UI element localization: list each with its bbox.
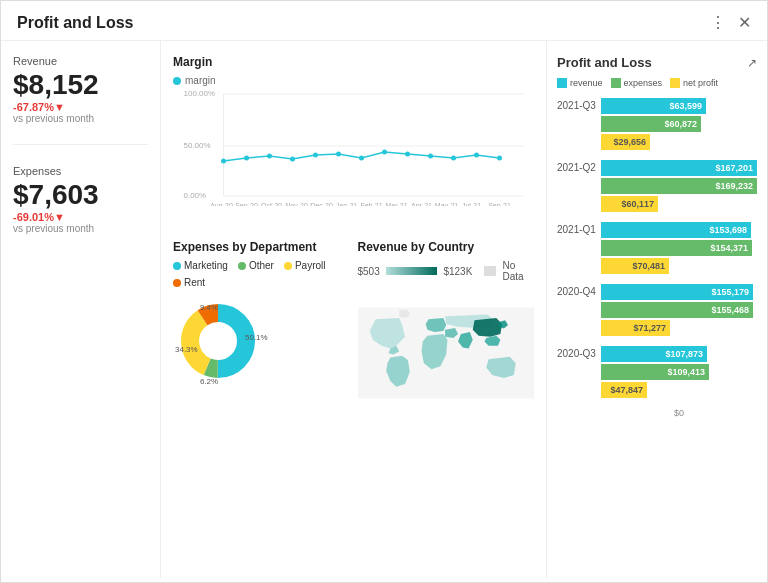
marketing-dot [173,262,181,270]
margin-legend: margin [173,75,534,86]
marketing-label: Marketing [184,260,228,271]
svg-text:9.4%: 9.4% [200,303,218,312]
bar-row-profit-q3-2021: $29,656 [601,134,757,150]
legend-revenue-color [557,78,567,88]
title-bar-actions: ⋮ ✕ [710,13,751,32]
other-dot [238,262,246,270]
quarter-2021-q1: 2021-Q1 $153,698 $154,371 $70,481 [557,222,757,274]
legend-net-profit: net profit [670,78,718,88]
svg-point-19 [497,156,502,161]
quarter-2020-q4: 2020-Q4 $155,179 $155,468 $71,277 [557,284,757,336]
legend-revenue-label: revenue [570,78,603,88]
close-icon[interactable]: ✕ [738,13,751,32]
divider-1 [13,144,148,145]
donut-chart: 50.1% 34.3% 6.2% 9.4% [173,296,263,386]
margin-legend-label: margin [185,75,216,86]
left-panel: Revenue $8,152 -67.87%▼ vs previous mont… [1,41,161,579]
bar-row-expenses-q3-2021: $60,872 [601,116,757,132]
bar-row-revenue-q1-2021: $153,698 [601,222,757,238]
bar-row-expenses-q1-2021: $154,371 [601,240,757,256]
bar-profit-q3-2020: $47,847 [601,382,647,398]
quarter-label-2021-q3: 2021-Q3 [557,98,597,111]
expenses-block: Expenses $7,603 -69.01%▼ vs previous mon… [13,165,148,234]
dept-legend-rent: Rent [173,277,205,288]
svg-text:Dec-20: Dec-20 [310,202,333,206]
svg-text:Sep-21: Sep-21 [488,202,511,206]
bar-row-profit-q3-2020: $47,847 [601,382,757,398]
right-panel: Profit and Loss ↗ revenue expenses net p… [547,41,767,579]
margin-section: Margin margin 100.00% 50.00% 0.00% [173,55,534,226]
svg-text:Sep-20: Sep-20 [235,202,258,206]
svg-text:Oct-20: Oct-20 [261,202,282,206]
bar-profit-q4-2020: $71,277 [601,320,670,336]
svg-text:50.1%: 50.1% [245,333,268,342]
menu-icon[interactable]: ⋮ [710,13,726,32]
bar-row-expenses-q2-2021: $169,232 [601,178,757,194]
expenses-label: Expenses [13,165,148,177]
bars-2020-q4: $155,179 $155,468 $71,277 [601,284,757,336]
svg-point-17 [451,156,456,161]
dept-legend-payroll: Payroll [284,260,326,271]
bar-expenses-q3-2021: $60,872 [601,116,701,132]
svg-text:May-21: May-21 [435,202,458,206]
svg-point-14 [382,150,387,155]
bar-row-expenses-q3-2020: $109,413 [601,364,757,380]
revenue-block: Revenue $8,152 -67.87%▼ vs previous mont… [13,55,148,124]
quarter-2020-q3: 2020-Q3 $107,873 $109,413 $47,847 [557,346,757,398]
rent-label: Rent [184,277,205,288]
svg-text:Apr-21: Apr-21 [411,202,432,206]
bar-profit-q2-2021: $60,117 [601,196,658,212]
svg-point-8 [244,156,249,161]
expenses-arrow: ▼ [54,211,65,223]
revenue-change-text: -67.87% [13,101,54,113]
bar-row-revenue-q2-2021: $167,201 [601,160,757,176]
bar-revenue-q3-2021: $63,599 [601,98,706,114]
revenue-sub: vs previous month [13,113,148,124]
dept-legend-other: Other [238,260,274,271]
bar-expenses-q4-2020: $155,468 [601,302,753,318]
country-title: Revenue by Country [358,240,535,254]
revenue-value: $8,152 [13,69,148,101]
main-window: Profit and Loss ⋮ ✕ Revenue $8,152 -67.8… [0,0,768,583]
margin-title: Margin [173,55,534,69]
svg-point-7 [221,159,226,164]
expenses-change: -69.01%▼ [13,211,148,223]
revenue-label: Revenue [13,55,148,67]
expand-icon[interactable]: ↗ [747,56,757,70]
bar-profit-q3-2021: $29,656 [601,134,650,150]
bars-2021-q1: $153,698 $154,371 $70,481 [601,222,757,274]
bottom-row: Expenses by Department Marketing Other [173,240,534,565]
title-bar: Profit and Loss ⋮ ✕ [1,1,767,41]
quarter-2021-q3: 2021-Q3 $63,599 $60,872 $29,656 [557,98,757,150]
legend-revenue: revenue [557,78,603,88]
svg-text:Aug-20: Aug-20 [210,202,233,206]
quarter-label-2020-q4: 2020-Q4 [557,284,597,297]
bar-revenue-q1-2021: $153,698 [601,222,751,238]
svg-point-10 [290,157,295,162]
dept-legend: Marketing Other Payroll Rent [173,260,350,288]
payroll-label: Payroll [295,260,326,271]
map-legend: $503 $123K No Data [358,260,535,282]
world-map-svg [358,288,535,418]
svg-point-9 [267,154,272,159]
right-panel-header: Profit and Loss ↗ [557,55,757,70]
legend-expenses-color [611,78,621,88]
no-data-swatch [484,266,496,276]
svg-text:Mar-21: Mar-21 [385,202,407,206]
margin-chart-svg: 100.00% 50.00% 0.00% [173,86,534,206]
svg-text:50.00%: 50.00% [184,141,211,150]
svg-text:6.2%: 6.2% [200,377,218,386]
revenue-change: -67.87%▼ [13,101,148,113]
bar-legend: revenue expenses net profit [557,78,757,88]
svg-text:Jul-21: Jul-21 [462,202,481,206]
expenses-change-text: -69.01% [13,211,54,223]
bar-row-profit-q1-2021: $70,481 [601,258,757,274]
bar-expenses-q2-2021: $169,232 [601,178,757,194]
mid-panel: Margin margin 100.00% 50.00% 0.00% [161,41,547,579]
map-gradient [386,267,438,275]
pl-chart-title: Profit and Loss [557,55,652,70]
svg-point-18 [474,153,479,158]
expenses-value: $7,603 [13,179,148,211]
bar-revenue-q4-2020: $155,179 [601,284,753,300]
bar-expenses-q3-2020: $109,413 [601,364,709,380]
